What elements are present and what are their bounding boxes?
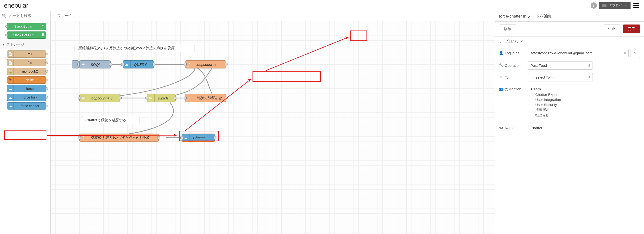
list-item[interactable]: Chatter Expert	[531, 92, 637, 97]
edit-login-button[interactable]: ✎	[630, 49, 640, 58]
list-item[interactable]: User Integration	[531, 97, 637, 102]
envelope-icon: ✉	[499, 75, 503, 79]
file-icon: 📄	[7, 59, 14, 66]
feather-icon: 🪶	[7, 77, 14, 83]
flow-tabs: フロー 1	[50, 11, 495, 21]
palette-node-force-bulk[interactable]: ☁ force bulk	[7, 94, 46, 101]
list-item[interactable]: 担当者B	[531, 113, 637, 118]
palette-node-slack-bot-out[interactable]: Slack Bot Out #	[7, 31, 46, 39]
chevron-down-icon: ▼	[625, 4, 627, 7]
done-button[interactable]: 完了	[623, 24, 640, 33]
deploy-icon	[602, 4, 606, 7]
users-icon: 👥	[499, 87, 503, 91]
name-input[interactable]	[528, 124, 640, 132]
edit-sidebar: force-chatter in ノードを編集 削除 中止 完了 プロパティ 👤…	[495, 11, 644, 234]
palette-node-slack-bot-in[interactable]: Slack Bot In #	[7, 23, 46, 30]
inject-node[interactable]	[72, 60, 79, 68]
search-icon: 🔍	[2, 14, 6, 17]
deploy-label: デプロイ	[609, 3, 622, 8]
cloud-icon: ☁	[7, 94, 14, 101]
menu-button[interactable]	[632, 2, 640, 9]
delete-button[interactable]: 削除	[499, 24, 516, 33]
cloud-icon: ☁	[7, 85, 14, 92]
palette-category-storage[interactable]: ストレージ	[0, 40, 50, 49]
node-palette: 🔍 Slack Bot In # Slack Bot Out # ストレージ 📄	[0, 11, 50, 234]
palette-node-force[interactable]: ☁ force	[7, 85, 46, 92]
tab-flow-1[interactable]: フロー 1	[50, 11, 79, 21]
leaf-icon: 🍃	[7, 68, 14, 75]
hash-icon: #	[40, 23, 46, 30]
flow-canvas[interactable]: 最終活動日から1ヶ月以上かつ確度が50％以上の商談を取得 ➜ SOQL ☁ QU…	[50, 21, 495, 234]
cancel-button[interactable]: 中止	[603, 24, 620, 33]
list-item[interactable]: 担当者A	[531, 107, 637, 113]
loopcount-inc-node[interactable]: ƒ loopcount++	[185, 60, 226, 68]
properties-header[interactable]: プロパティ	[495, 36, 644, 46]
login-as-select[interactable]: satosiyonezawa+enebular@gmail.com	[528, 49, 628, 57]
deploy-button[interactable]: デプロイ ▼	[599, 2, 630, 9]
operation-select[interactable]: Post Feed	[528, 61, 593, 70]
query-node[interactable]: ☁ QUERY	[123, 60, 154, 68]
switch-node[interactable]: ⇆ switch	[147, 94, 176, 102]
palette-node-sqlite[interactable]: 🪶 sqlite	[7, 76, 46, 84]
set-info-node[interactable]: ƒ 商談の情報をセ	[185, 94, 226, 102]
palette-node-force-chatter[interactable]: ☁ force chatter	[7, 102, 46, 110]
comment-node[interactable]: 最終活動日から1ヶ月以上かつ確度が50％以上の商談を取得	[74, 44, 195, 52]
build-chatter-node[interactable]: { 商談IDを組み込んだChatter文を作成	[79, 134, 159, 142]
brand-logo: enebular	[4, 2, 28, 9]
palette-node-mongodb2[interactable]: 🍃 mongodb2	[7, 68, 46, 75]
user-icon: 👤	[499, 51, 503, 55]
tag-icon: 🏷	[499, 126, 503, 130]
topbar: enebular i デプロイ ▼	[0, 0, 644, 11]
hash-icon: #	[40, 32, 46, 38]
palette-node-tail[interactable]: 📄 tail	[7, 50, 46, 58]
comment-node-2[interactable]: Chatterで状況を確認する	[82, 116, 140, 124]
wires	[50, 21, 495, 234]
arrow-icon: ➜	[80, 60, 87, 68]
palette-node-file[interactable]: 📄 file	[7, 59, 46, 66]
search-input[interactable]	[8, 12, 48, 19]
palette-search: 🔍	[0, 11, 50, 20]
chatter-node[interactable]: ☁ Chatter	[182, 134, 215, 142]
to-select[interactable]: == select To ==	[528, 73, 593, 81]
workspace: フロー 1 最終活動日から1ヶ月以上かつ確度が50％以上の商談を取得	[50, 11, 495, 234]
cloud-icon: ☁	[7, 103, 14, 109]
file-icon: 📄	[7, 51, 14, 57]
pencil-icon: ✎	[634, 51, 637, 55]
loopcount-zero-node[interactable]: ⇄ loopcount = 0	[79, 94, 120, 102]
soql-node[interactable]: ➜ SOQL	[79, 60, 110, 68]
sidebar-title: force-chatter in ノードを編集	[495, 11, 644, 22]
info-icon[interactable]: i	[590, 2, 597, 9]
wrench-icon: 🔧	[499, 63, 503, 67]
mention-listbox[interactable]: Users Chatter Expert User Integration Us…	[528, 85, 640, 120]
list-item[interactable]: User Security	[531, 102, 637, 107]
